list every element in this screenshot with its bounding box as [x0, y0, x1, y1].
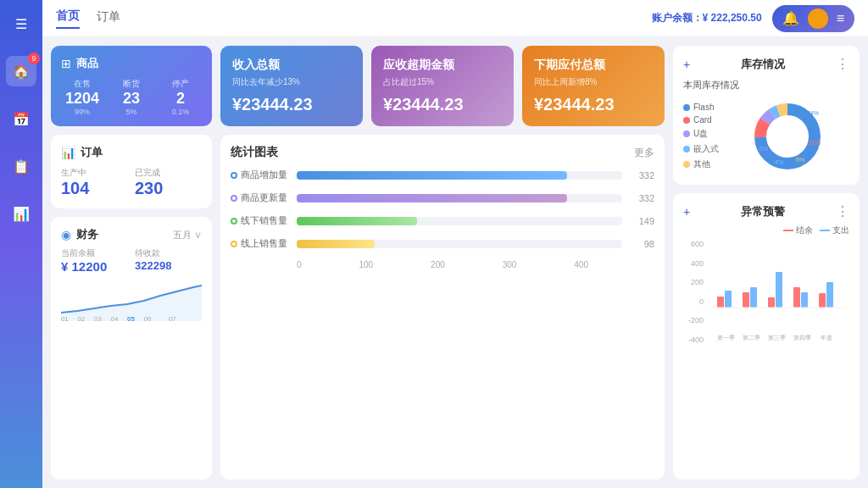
order-card: 📊 订单 生产中 104 已完成 230	[51, 135, 212, 208]
finance-card-header: ◉ 财务 五月 ∨	[61, 227, 202, 242]
anomaly-chart-area: 600 400 200 0 -200 -400	[683, 240, 849, 344]
order-card-header: 📊 订单	[61, 145, 202, 160]
legend-flash: Flash	[683, 103, 719, 112]
svg-text:06: 06	[144, 315, 152, 321]
anomaly-add-btn[interactable]: +	[683, 205, 690, 219]
stats-more-link[interactable]: 更多	[634, 146, 654, 160]
bar-container-2	[297, 217, 622, 225]
home-icon: 🏠	[13, 64, 30, 80]
inventory-legend: Flash Card U盘 嵌入式	[683, 103, 719, 170]
svg-text:16%: 16%	[809, 140, 821, 146]
inventory-sub: 本周库存情况	[683, 79, 849, 92]
nav-orders[interactable]: 订单	[97, 9, 120, 28]
order-bar-icon: 📊	[61, 146, 75, 159]
kpi-revenue-sub: 同比去年减少13%	[232, 76, 351, 88]
svg-rect-21	[743, 292, 749, 308]
svg-rect-28	[826, 282, 833, 308]
kpi-overdue-sub: 占比超过15%	[383, 76, 502, 88]
svg-text:第四季: 第四季	[793, 335, 811, 341]
header-nav: 首页 订单	[56, 8, 120, 29]
middle-panel: 收入总额 同比去年减少13% ¥23444.23 应收超期金额 占比超过15% …	[220, 46, 665, 480]
legend-dot-embedded	[683, 146, 690, 152]
inventory-title: 库存情况	[741, 57, 785, 72]
stats-card: 统计图表 更多 商品增加量 332	[220, 135, 665, 480]
anomaly-bar-chart: 第一季 第二季 第三季 第四季 年度	[707, 240, 849, 341]
bar-label-2: 线下销售量	[231, 214, 290, 227]
order-stats: 生产中 104 已完成 230	[61, 167, 202, 198]
y-axis: 600 400 200 0 -200 -400	[683, 240, 705, 344]
anomaly-legend: 结余 支出	[683, 225, 849, 236]
kpi-overdue-value: ¥23444.23	[383, 95, 502, 114]
account-value: ¥ 222,250.50	[703, 12, 762, 24]
account-balance-label: 账户余额：¥ 222,250.50	[652, 11, 762, 25]
bell-icon[interactable]: 🔔	[782, 10, 799, 26]
sidebar-item-calendar[interactable]: 📅	[6, 103, 36, 134]
menu-toggle[interactable]: ☰	[6, 8, 36, 39]
sidebar-item-chart[interactable]: 📊	[6, 198, 36, 229]
inventory-card: + 库存情况 ⋮ 本周库存情况 Flash Card	[673, 46, 860, 185]
svg-point-13	[767, 116, 808, 157]
donut-chart: 74% 16% 6% 4% 6%	[749, 98, 826, 175]
svg-text:第二季: 第二季	[743, 335, 760, 341]
svg-rect-27	[819, 293, 826, 308]
svg-rect-25	[793, 287, 800, 308]
bar-value-1: 332	[629, 193, 654, 203]
bar-row-3: 线上销售量 98	[231, 237, 654, 250]
svg-text:6%: 6%	[796, 157, 804, 163]
inventory-add-btn[interactable]: +	[683, 58, 690, 71]
svg-rect-26	[801, 292, 808, 308]
svg-rect-24	[776, 272, 782, 308]
svg-text:年度: 年度	[821, 335, 832, 341]
anomaly-title: 异常预警	[741, 204, 785, 219]
sidebar: ☰ 🏠 9 📅 📋 📊	[0, 0, 42, 488]
order-card-title: 订单	[81, 145, 103, 160]
bar-label-0: 商品增加量	[231, 169, 290, 181]
inventory-content: Flash Card U盘 嵌入式	[683, 98, 849, 175]
kpi-revenue-value: ¥23444.23	[232, 95, 351, 114]
home-badge: 9	[28, 53, 40, 64]
header-action-bar: 🔔 ≡	[772, 5, 854, 32]
nav-home[interactable]: 首页	[56, 8, 80, 29]
finance-card-title: 财务	[76, 227, 98, 242]
bar-container-1	[297, 194, 622, 202]
anomaly-more-btn[interactable]: ⋮	[836, 203, 849, 219]
kpi-overdue-title: 应收超期金额	[383, 58, 502, 73]
legend-card: Card	[683, 115, 719, 125]
finance-icon: ◉	[61, 228, 71, 241]
goods-stat-1: 断货 23 5%	[110, 78, 153, 116]
inventory-header: + 库存情况 ⋮	[683, 56, 849, 72]
legend-dot-udisk	[683, 130, 690, 137]
finance-stat-0: 当前余额 ¥ 12200	[61, 247, 128, 274]
bar-row-1: 商品更新量 332	[231, 191, 654, 204]
goods-card-header: ⊞ 商品	[61, 56, 202, 71]
bar-value-2: 149	[629, 216, 654, 226]
sidebar-item-orders[interactable]: 📋	[6, 151, 36, 181]
bar-row-2: 线下销售量 149	[231, 214, 654, 227]
legend-expense: 支出	[820, 225, 849, 236]
bar-value-3: 98	[629, 239, 654, 249]
more-menu-icon[interactable]: ≡	[837, 11, 844, 26]
inventory-more-btn[interactable]: ⋮	[836, 56, 849, 72]
header-right: 账户余额：¥ 222,250.50 🔔 ≡	[652, 5, 854, 32]
finance-month[interactable]: 五月 ∨	[173, 229, 202, 241]
bar-row-0: 商品增加量 332	[231, 169, 654, 181]
kpi-payable-title: 下期应付总额	[534, 58, 653, 73]
bar-value-0: 332	[629, 170, 654, 180]
header: 首页 订单 账户余额：¥ 222,250.50 🔔 ≡	[42, 0, 868, 37]
bar-fill-2	[297, 217, 417, 225]
svg-text:04: 04	[111, 315, 119, 321]
order-stat-1: 已完成 230	[135, 167, 202, 198]
goods-card-title: 商品	[76, 56, 98, 71]
chart-icon: 📊	[13, 206, 30, 222]
svg-rect-19	[717, 297, 724, 308]
avatar[interactable]	[808, 8, 828, 29]
svg-text:03: 03	[94, 315, 102, 321]
goods-stat-0: 在售 1204 99%	[61, 78, 103, 116]
sidebar-item-home[interactable]: 🏠 9	[6, 56, 36, 86]
bar-dot-1	[231, 195, 237, 202]
left-panel: ⊞ 商品 在售 1204 99% 断货 23 5% 停产	[51, 46, 212, 480]
svg-text:第一季: 第一季	[717, 335, 735, 341]
kpi-card-overdue: 应收超期金额 占比超过15% ¥23444.23	[371, 46, 514, 126]
donut-chart-container: 74% 16% 6% 4% 6%	[726, 98, 849, 175]
content-area: ⊞ 商品 在售 1204 99% 断货 23 5% 停产	[42, 37, 868, 488]
